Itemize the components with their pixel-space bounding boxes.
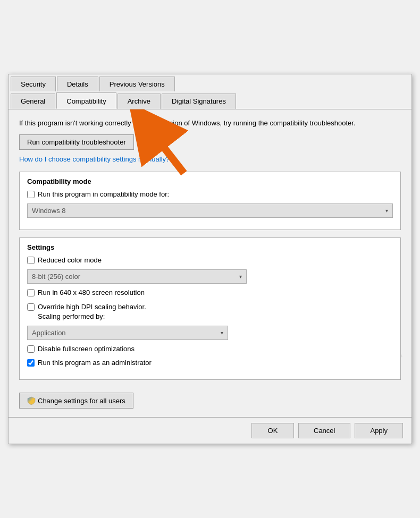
app-dropdown[interactable]: Application ▾ (27, 326, 228, 340)
tab-archive[interactable]: Archive (117, 94, 161, 109)
compatibility-mode-label: Compatibility mode (27, 177, 393, 185)
dropdown-arrow-icon: ▾ (385, 208, 388, 214)
color-dropdown[interactable]: 8-bit (256) color ▾ (27, 269, 247, 284)
svg-line-1 (147, 125, 184, 173)
app-dropdown-arrow-icon: ▾ (221, 330, 223, 336)
compatibility-mode-checkbox-row: Run this program in compatibility mode f… (27, 190, 393, 199)
compatibility-mode-checkbox[interactable] (27, 191, 35, 198)
intro-text: If this program isn't working correctly … (19, 118, 401, 129)
apply-button[interactable]: Apply (355, 423, 403, 438)
override-dpi-line2: Scaling performed by: (38, 312, 105, 320)
tab-general[interactable]: General (11, 94, 55, 109)
compatibility-mode-checkbox-label: Run this program in compatibility mode f… (38, 190, 169, 199)
compatibility-mode-dropdown[interactable]: Windows 8 ▾ (27, 203, 393, 218)
cancel-button[interactable]: Cancel (298, 423, 350, 438)
tab-digital-signatures[interactable]: Digital Signatures (162, 94, 236, 109)
bottom-bar: OK Cancel Apply (9, 417, 411, 444)
run-admin-row: Run this program as an administrator (27, 358, 393, 368)
reduced-color-row: Reduced color mode (27, 256, 393, 265)
compatibility-mode-group: Compatibility mode Run this program in c… (19, 172, 401, 230)
tab-previous-versions[interactable]: Previous Versions (99, 77, 175, 91)
run-640-checkbox[interactable] (27, 289, 35, 296)
tab-compatibility[interactable]: Compatibility (56, 92, 116, 109)
color-dropdown-arrow-icon: ▾ (239, 274, 242, 279)
reduced-color-label: Reduced color mode (38, 256, 102, 265)
change-settings-button[interactable]: Change settings for all users (19, 393, 133, 409)
tabs-row-1: Security Details Previous Versions (9, 74, 411, 92)
override-dpi-label: Override high DPI scaling behavior. Scal… (38, 302, 146, 321)
color-dropdown-value: 8-bit (256) color (32, 273, 239, 281)
tab-security[interactable]: Security (11, 77, 56, 91)
disable-fullscreen-checkbox[interactable] (27, 345, 35, 353)
settings-label: Settings (27, 243, 393, 251)
run-troubleshooter-button[interactable]: Run compatibility troubleshooter (19, 134, 134, 150)
ok-button[interactable]: OK (251, 423, 294, 438)
content-area: CC If this program isn't working correct… (9, 109, 411, 418)
change-settings-label: Change settings for all users (38, 397, 125, 405)
run-640-label: Run in 640 x 480 screen resolution (38, 288, 145, 298)
run-admin-checkbox[interactable] (27, 359, 35, 367)
override-dpi-row: Override high DPI scaling behavior. Scal… (27, 302, 393, 321)
help-link[interactable]: How do I choose compatibility settings m… (19, 155, 401, 163)
tab-details[interactable]: Details (57, 77, 98, 91)
disable-fullscreen-row: Disable fullscreen optimizations (27, 344, 393, 354)
tabs-row-2: General Compatibility Archive Digital Si… (9, 91, 411, 109)
run-admin-label: Run this program as an administrator (38, 358, 152, 368)
override-dpi-checkbox[interactable] (27, 303, 35, 311)
app-dropdown-value: Application (32, 329, 221, 337)
shield-uac-icon (27, 396, 36, 405)
settings-group: Settings Reduced color mode 8-bit (256) … (19, 237, 401, 380)
reduced-color-checkbox[interactable] (27, 257, 35, 264)
dialog-window: Security Details Previous Versions Gener… (8, 74, 412, 445)
override-dpi-line1: Override high DPI scaling behavior. (38, 303, 146, 311)
disable-fullscreen-label: Disable fullscreen optimizations (38, 344, 135, 354)
compatibility-mode-dropdown-value: Windows 8 (32, 207, 385, 215)
run-640-row: Run in 640 x 480 screen resolution (27, 288, 393, 298)
